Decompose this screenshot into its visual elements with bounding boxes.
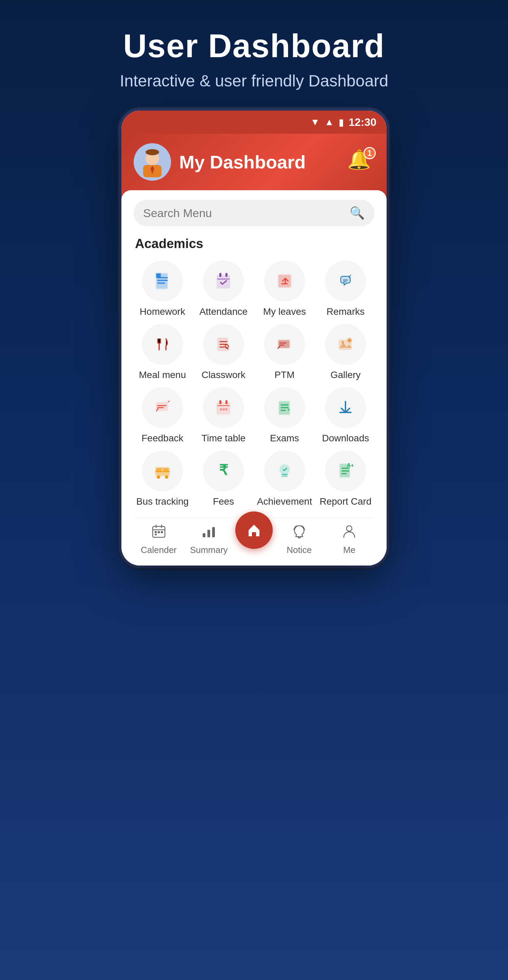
nav-notice[interactable]: Notice [274,524,324,555]
wifi-icon: ▼ [310,117,320,127]
battery-icon: ▮ [339,117,344,128]
summary-nav-label: Summary [190,545,228,555]
menu-item-timetable[interactable]: Time table [195,387,252,444]
page-subtitle: Interactive & user friendly Dashboard [120,72,388,90]
svg-rect-9 [225,273,227,277]
notification-bell[interactable]: 🔔 1 [347,148,375,176]
svg-point-44 [346,526,352,531]
gallery-label: Gallery [330,369,361,380]
remarks-icon-circle [325,261,366,301]
nav-calender[interactable]: Calender [133,524,184,555]
notification-badge: 1 [364,147,376,159]
menu-item-feedback[interactable]: Feedback [133,387,191,444]
menu-item-bustracking[interactable]: Bus tracking [133,450,191,507]
menu-item-mealmenu[interactable]: Meal menu [133,324,191,380]
svg-rect-22 [225,400,227,404]
content-card: 🔍 Academics Homework Attendance [121,190,387,566]
svg-point-3 [146,149,159,155]
search-input[interactable] [143,207,344,220]
summary-icon [201,524,216,542]
notice-nav-label: Notice [287,545,312,555]
svg-point-17 [341,341,344,344]
svg-point-29 [157,476,160,479]
bustracking-label: Bus tracking [137,496,189,507]
myleaves-label: My leaves [263,306,306,317]
feedback-icon-circle [142,387,183,428]
svg-rect-8 [219,273,221,277]
ptm-icon-circle [264,324,305,365]
downloads-icon-circle [325,387,366,428]
me-nav-label: Me [343,545,355,555]
svg-rect-42 [207,530,210,537]
status-time: 12:30 [349,116,376,129]
menu-item-ptm[interactable]: PTM [256,324,313,380]
svg-rect-38 [158,531,160,533]
svg-rect-11 [278,275,291,287]
avatar[interactable] [133,143,171,181]
remarks-label: Remarks [326,306,365,317]
timetable-icon-circle [203,387,244,428]
classwork-label: Classwork [202,369,246,380]
bustracking-icon-circle [142,450,183,492]
achievement-icon-circle [264,450,305,492]
status-bar: ▼ ▲ ▮ 12:30 [121,111,387,134]
svg-rect-43 [212,527,215,537]
svg-point-30 [165,476,168,479]
svg-text:A+: A+ [347,463,354,468]
exams-icon-circle [264,387,305,428]
nav-me[interactable]: Me [324,524,375,555]
mealmenu-label: Meal menu [139,369,186,380]
svg-rect-37 [155,531,157,533]
app-title: My Dashboard [179,151,339,172]
gallery-icon-circle [325,324,366,365]
menu-item-remarks[interactable]: Remarks [317,261,375,317]
svg-rect-41 [203,533,205,537]
nav-home[interactable] [234,530,274,549]
bottom-nav: Calender Summary N [133,517,375,566]
nav-summary[interactable]: Summary [184,524,234,555]
menu-item-reportcard[interactable]: A+ Report Card [317,450,375,507]
classwork-icon-circle [203,324,244,365]
menu-item-myleaves[interactable]: My leaves [256,261,313,317]
menu-item-exams[interactable]: Exams [256,387,313,444]
menu-item-achievement[interactable]: Achievement [256,450,313,507]
menu-item-homework[interactable]: Homework [133,261,191,317]
signal-icon: ▲ [324,117,334,127]
search-bar[interactable]: 🔍 [133,200,375,226]
svg-rect-21 [219,400,221,404]
home-fab-button[interactable] [235,511,273,549]
feedback-label: Feedback [141,433,183,444]
page-header: User Dashboard Interactive & user friend… [106,0,402,111]
myleaves-icon-circle [264,261,305,301]
fees-label: Fees [213,496,234,507]
svg-rect-40 [155,534,157,535]
academics-section-title: Academics [133,237,375,251]
downloads-label: Downloads [322,433,369,444]
menu-item-downloads[interactable]: Downloads [317,387,375,444]
achievement-label: Achievement [257,496,312,507]
calender-icon [151,524,166,542]
menu-grid: Homework Attendance My leaves [133,261,375,517]
reportcard-icon-circle: A+ [325,450,366,492]
menu-item-fees[interactable]: ₹ Fees [195,450,252,507]
me-icon [342,524,357,542]
menu-item-attendance[interactable]: Attendance [195,261,252,317]
calender-nav-label: Calender [141,545,177,555]
homework-label: Homework [140,306,185,317]
ptm-label: PTM [275,369,294,380]
menu-item-gallery[interactable]: Gallery [317,324,375,380]
menu-item-classwork[interactable]: Classwork [195,324,252,380]
fees-icon-circle: ₹ [203,450,244,492]
notice-icon [292,524,307,542]
attendance-label: Attendance [199,306,248,317]
attendance-icon-circle [203,261,244,301]
reportcard-label: Report Card [320,496,371,507]
svg-rect-39 [161,531,163,533]
phone-mockup: ▼ ▲ ▮ 12:30 My Dashboard [121,111,387,566]
exams-label: Exams [270,433,299,444]
search-icon: 🔍 [349,206,365,220]
svg-text:₹: ₹ [219,462,228,478]
svg-rect-7 [217,275,230,288]
mealmenu-icon-circle [142,324,183,365]
page-title: User Dashboard [120,27,388,65]
